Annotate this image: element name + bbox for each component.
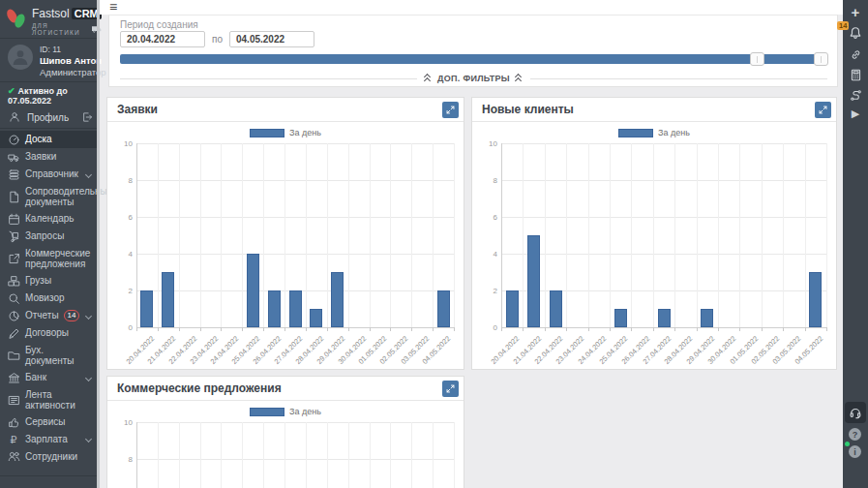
gridline (501, 254, 826, 255)
bar (809, 272, 822, 327)
bar (550, 290, 562, 327)
reports-count-badge: 14 (64, 310, 80, 321)
bar (614, 309, 627, 327)
slider-handle-left[interactable] (750, 52, 764, 66)
sidebar-item-movizor[interactable]: Мовизор (0, 290, 100, 307)
dolly-icon (7, 230, 20, 243)
sidebar-item-zaprosy[interactable]: Запросы (0, 228, 100, 245)
sidebar-item-label: Грузы (25, 275, 93, 287)
brand-name: Fastsol (32, 7, 70, 20)
gridline (739, 143, 740, 327)
sidebar-item-bank[interactable]: Банк (0, 369, 100, 386)
axis-tick (411, 327, 412, 331)
axis-tick (523, 327, 524, 331)
sidebar-item-gruzy[interactable]: Грузы (0, 272, 100, 290)
sidebar-item-dogovory[interactable]: Договоры (0, 324, 100, 342)
gridline (805, 143, 806, 327)
gridline (242, 143, 243, 327)
y-axis-label: 6 (107, 213, 133, 222)
slider-track[interactable] (120, 54, 827, 64)
date-from-input[interactable] (120, 31, 205, 47)
axis-tick (501, 327, 502, 331)
sidebar-item-label: Мовизор (25, 292, 93, 304)
gridline (762, 143, 763, 327)
gridline (501, 327, 826, 328)
bar (701, 309, 713, 327)
logo[interactable]: FastsolCRM ДЛЯ ЛОГИСТИКИ (0, 0, 100, 39)
y-axis-label: 4 (107, 250, 133, 259)
axis-tick (588, 327, 589, 331)
gridline (411, 422, 412, 488)
y-axis-label: 0 (107, 323, 133, 332)
links-button[interactable] (843, 45, 868, 64)
gridline (631, 143, 632, 327)
sidebar-item-spravochnik[interactable]: Справочник (0, 166, 100, 183)
period-label: Период создания (120, 19, 198, 30)
expand-chart-button[interactable] (442, 102, 459, 118)
slider-handle-right[interactable] (814, 52, 828, 66)
profile-link[interactable]: Профиль (0, 107, 100, 129)
avatar (8, 45, 33, 70)
sidebar: FastsolCRM ДЛЯ ЛОГИСТИКИ ID: 11 Шипов Ан… (0, 0, 100, 488)
sidebar-item-label: Заявки (25, 151, 93, 163)
gridline (327, 143, 328, 327)
gridline (454, 143, 455, 327)
expand-chart-button[interactable] (815, 102, 831, 118)
check-icon: ✔ (8, 86, 15, 96)
gridline (411, 143, 412, 327)
gridline (588, 143, 589, 327)
extra-filters-toggle[interactable]: ДОП. ФИЛЬТРЫ (424, 74, 524, 83)
expand-chart-button[interactable] (442, 381, 459, 397)
date-to-label: по (212, 34, 223, 45)
chart-legend: За день (472, 128, 836, 137)
sidebar-item-label: Зарплата (25, 434, 81, 445)
info-button[interactable]: i (849, 445, 861, 458)
y-axis-label: 2 (472, 287, 497, 295)
gridline (284, 143, 285, 327)
sidebar-item-otchety[interactable]: Отчеты14 (0, 307, 100, 324)
axis-tick (370, 327, 371, 331)
gridline (263, 143, 264, 327)
calculator-button[interactable] (843, 65, 868, 84)
truck-icon (7, 151, 20, 164)
gridline (674, 143, 675, 327)
axis-tick (306, 327, 307, 331)
bar (658, 309, 671, 327)
route-button[interactable] (843, 85, 868, 105)
sidebar-item-zayavki[interactable]: Заявки (0, 148, 100, 166)
route-icon (850, 89, 862, 102)
sidebar-item-label: Коммерческие предложения (25, 248, 93, 270)
logout-icon[interactable] (80, 111, 94, 123)
axis-tick (327, 327, 328, 331)
period-range-slider[interactable] (120, 52, 827, 66)
play-button[interactable]: ▶ (843, 104, 868, 123)
legend-label: За день (289, 407, 321, 416)
notifications-button[interactable]: 14 (843, 23, 868, 43)
sidebar-item-kommercheskie-predlozheniya[interactable]: Коммерческие предложения (0, 245, 100, 272)
double-chevron-up-icon (515, 75, 524, 83)
sidebar-item-kalendar[interactable]: Календарь (0, 210, 100, 228)
license-status: ✔Активно до 07.05.2022 (0, 82, 100, 107)
sidebar-item-doska[interactable]: Доска (0, 131, 100, 148)
sidebar-item-soprovoditelnye-dokumenty[interactable]: Сопроводительные документы (0, 183, 100, 210)
support-button[interactable] (845, 402, 866, 423)
hamburger-menu-icon[interactable]: ≡ (109, 0, 117, 15)
extra-filters-label: ДОП. ФИЛЬТРЫ (437, 74, 510, 83)
date-to-input[interactable] (229, 31, 314, 47)
axis-tick (718, 327, 719, 331)
sidebar-item-lenta-aktivnosti[interactable]: Лента активности (0, 386, 100, 413)
gridline (566, 143, 567, 327)
help-button[interactable]: ? (849, 428, 861, 441)
sidebar-item-buh-dokumenty[interactable]: Бух. документы (0, 342, 100, 369)
sidebar-item-sotrudniki[interactable]: Сотрудники (0, 448, 100, 466)
gridline (327, 422, 328, 488)
gridline (200, 422, 201, 488)
sidebar-item-zarplata[interactable]: ₽Зарплата (0, 431, 100, 448)
gridline (242, 422, 243, 488)
chart-card-novye-klienty: Новые клиенты За день024681020.04.202221… (471, 97, 837, 370)
sidebar-item-label: Лента активности (25, 389, 93, 412)
bank-icon (7, 372, 20, 384)
sidebar-item-servisy[interactable]: Сервисы (0, 413, 100, 431)
add-button[interactable]: + (843, 2, 868, 21)
gridline (200, 143, 201, 327)
